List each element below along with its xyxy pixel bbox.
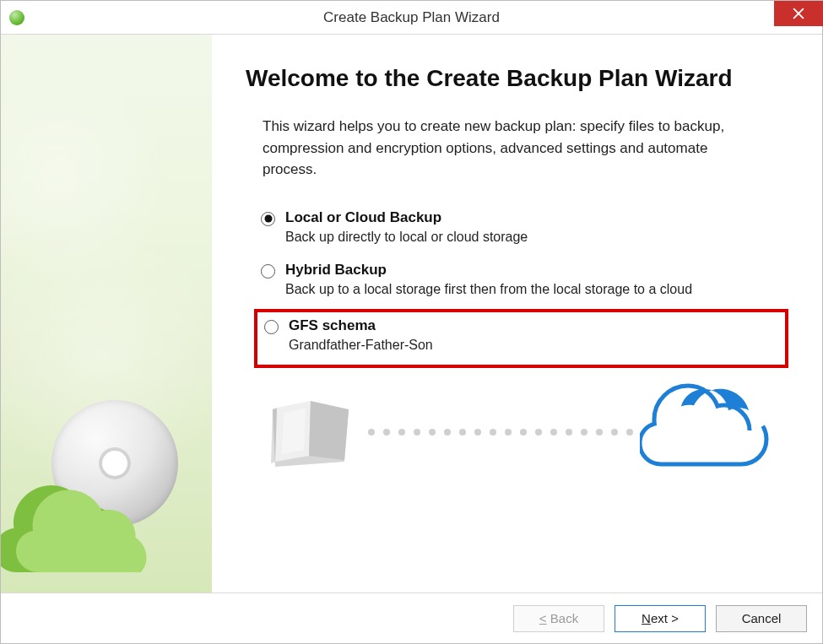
wizard-main: Welcome to the Create Backup Plan Wizard… [212, 35, 822, 593]
wizard-footer: < Back Next > Cancel [1, 593, 822, 643]
option-label: Hybrid Backup [285, 262, 692, 279]
option-local-cloud[interactable]: Local or Cloud Backup Back up directly t… [254, 204, 788, 257]
wizard-window: Create Backup Plan Wizard Welcome to the… [0, 0, 823, 644]
page-heading: Welcome to the Create Backup Plan Wizard [246, 65, 788, 92]
cancel-button[interactable]: Cancel [716, 605, 807, 632]
app-icon [9, 10, 24, 25]
window-title: Create Backup Plan Wizard [1, 9, 822, 26]
option-desc: Back up directly to local or cloud stora… [285, 230, 528, 245]
option-label: Local or Cloud Backup [285, 209, 528, 226]
option-label: GFS schema [289, 317, 433, 334]
close-button[interactable] [774, 1, 823, 26]
radio-icon [261, 264, 275, 279]
illustration-row [246, 380, 788, 484]
wizard-body: Welcome to the Create Backup Plan Wizard… [1, 35, 822, 593]
transfer-dots [368, 429, 633, 436]
close-icon [793, 8, 804, 19]
folder-icon [260, 384, 361, 480]
radio-icon [264, 320, 279, 334]
option-desc: Back up to a local storage first then fr… [285, 282, 692, 297]
sidebar-graphic [1, 35, 212, 593]
option-hybrid[interactable]: Hybrid Backup Back up to a local storage… [254, 257, 788, 309]
back-button: < Back [513, 605, 604, 632]
cloud-icon [640, 380, 775, 484]
next-button[interactable]: Next > [615, 605, 706, 632]
radio-icon [261, 212, 275, 226]
option-gfs[interactable]: GFS schema Grandfather-Father-Son [254, 309, 788, 368]
titlebar: Create Backup Plan Wizard [1, 1, 822, 35]
backup-type-options: Local or Cloud Backup Back up directly t… [254, 204, 788, 368]
option-desc: Grandfather-Father-Son [289, 338, 433, 353]
page-intro: This wizard helps you to create new back… [263, 116, 735, 181]
sidebar-cloud-icon [1, 454, 161, 576]
